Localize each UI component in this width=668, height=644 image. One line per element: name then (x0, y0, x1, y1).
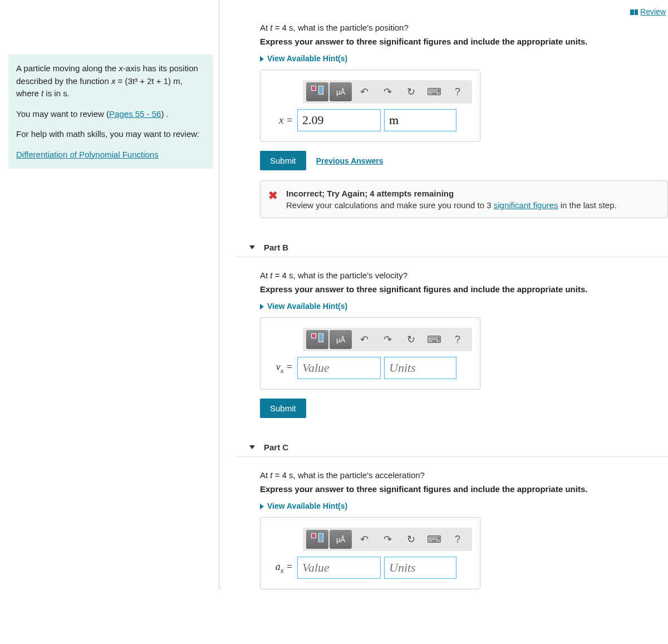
caret-right-icon (260, 504, 264, 509)
text: = 4 s, what is the particle's velocity? (273, 271, 408, 280)
reset-icon[interactable]: ↻ (400, 530, 422, 549)
part-c-hints-toggle[interactable]: View Available Hint(s) (260, 502, 668, 510)
text: = 4 s, what is the particle's accelerati… (273, 470, 425, 480)
help-icon[interactable]: ? (446, 82, 469, 101)
part-b-answer-box: μÅ ↶ ↷ ↻ ⌨ ? vx = (260, 317, 480, 390)
part-b-submit-button[interactable]: Submit (260, 399, 306, 418)
redo-icon[interactable]: ↷ (376, 82, 399, 101)
text: You may want to review ( (16, 109, 109, 119)
pages-link[interactable]: Pages 55 - 56 (109, 109, 161, 119)
keyboard-icon[interactable]: ⌨ (423, 330, 445, 349)
units-button[interactable]: μÅ (330, 82, 352, 101)
part-c-header[interactable]: Part C (235, 438, 668, 457)
templates-icon[interactable] (306, 530, 328, 549)
part-c-answer-box: μÅ ↶ ↷ ↻ ⌨ ? ax = (260, 517, 480, 589)
problem-info-box: A particle moving along the x-axis has i… (8, 55, 213, 169)
part-c-title: Part C (264, 443, 288, 452)
hints-label: View Available Hint(s) (267, 54, 347, 63)
part-a-instruction: Express your answer to three significant… (260, 37, 668, 46)
part-a-section: At t = 4 s, what is the particle's posit… (235, 23, 668, 218)
part-a-hints-toggle[interactable]: View Available Hint(s) (260, 54, 668, 63)
book-icon (630, 9, 638, 15)
undo-icon[interactable]: ↶ (353, 330, 375, 349)
text: At (260, 23, 270, 32)
part-c-section: At t = 4 s, what is the particle's accel… (235, 470, 668, 589)
part-a-units-input[interactable] (384, 109, 456, 131)
part-b-title: Part B (264, 243, 288, 252)
part-a-var-label: x = (268, 115, 294, 126)
part-b-question: At t = 4 s, what is the particle's veloc… (260, 271, 668, 280)
text: = 4 s, what is the particle's position? (273, 23, 409, 32)
text: At (260, 271, 270, 280)
sig-figures-link[interactable]: significant figures (494, 200, 558, 210)
part-b-value-input[interactable] (297, 357, 381, 379)
part-b-section: At t = 4 s, what is the particle's veloc… (235, 271, 668, 418)
reset-icon[interactable]: ↻ (400, 330, 422, 349)
part-a-answer-box: μÅ ↶ ↷ ↻ ⌨ ? x = (260, 70, 480, 142)
feedback-title: Incorrect; Try Again; 4 attempts remaini… (286, 188, 660, 199)
caret-down-icon (249, 445, 255, 449)
part-b-hints-toggle[interactable]: View Available Hint(s) (260, 302, 668, 311)
incorrect-icon: ✖ (268, 188, 278, 203)
text: A particle moving along the (16, 63, 119, 73)
part-b-toolbar: μÅ ↶ ↷ ↻ ⌨ ? (303, 328, 472, 351)
templates-icon[interactable] (306, 330, 328, 349)
equation: = (3t³ + 2t + 1) m (115, 76, 180, 86)
math-skills-intro: For help with math skills, you may want … (16, 128, 205, 141)
part-b-units-input[interactable] (384, 357, 456, 379)
keyboard-icon[interactable]: ⌨ (423, 530, 445, 549)
part-c-value-input[interactable] (297, 557, 381, 579)
redo-icon[interactable]: ↷ (376, 330, 399, 349)
part-a-question: At t = 4 s, what is the particle's posit… (260, 23, 668, 32)
part-a-submit-button[interactable]: Submit (260, 151, 306, 170)
hints-label: View Available Hint(s) (267, 302, 347, 311)
caret-right-icon (260, 304, 264, 309)
differentiation-link[interactable]: Differentiation of Polynomial Functions (16, 150, 159, 159)
feedback-body: Review your calculations and make sure y… (286, 199, 660, 211)
part-c-toolbar: μÅ ↶ ↷ ↻ ⌨ ? (303, 528, 472, 551)
units-button[interactable]: μÅ (330, 530, 352, 549)
hints-label: View Available Hint(s) (267, 502, 347, 510)
text: ) . (161, 109, 168, 119)
text: is in s. (43, 89, 70, 98)
previous-answers-link[interactable]: Previous Answers (316, 156, 384, 165)
caret-down-icon (249, 245, 255, 249)
part-b-var-label: vx = (268, 361, 294, 375)
vertical-divider (219, 0, 219, 589)
part-c-var-label: ax = (268, 561, 294, 575)
problem-statement: A particle moving along the x-axis has i… (16, 62, 205, 100)
units-button[interactable]: μÅ (330, 330, 352, 349)
undo-icon[interactable]: ↶ (353, 82, 375, 101)
part-b-instruction: Express your answer to three significant… (260, 284, 668, 294)
help-icon[interactable]: ? (446, 330, 469, 349)
help-icon[interactable]: ? (446, 530, 469, 549)
review-link[interactable]: Review (640, 7, 666, 16)
review-pages: You may want to review (Pages 55 - 56) . (16, 108, 205, 121)
text: in the last step. (558, 200, 617, 210)
keyboard-icon[interactable]: ⌨ (423, 82, 445, 101)
part-c-instruction: Express your answer to three significant… (260, 484, 668, 494)
templates-icon[interactable] (306, 82, 328, 101)
text: At (260, 470, 270, 480)
part-b-header[interactable]: Part B (235, 238, 668, 257)
reset-icon[interactable]: ↻ (400, 82, 422, 101)
var-x: x (119, 63, 123, 73)
part-a-value-input[interactable] (297, 109, 381, 131)
part-a-feedback: ✖ Incorrect; Try Again; 4 attempts remai… (260, 180, 668, 218)
part-a-toolbar: μÅ ↶ ↷ ↻ ⌨ ? (303, 80, 472, 104)
part-c-units-input[interactable] (384, 557, 456, 579)
caret-right-icon (260, 56, 264, 62)
part-c-question: At t = 4 s, what is the particle's accel… (260, 470, 668, 480)
text: Review your calculations and make sure y… (286, 200, 494, 210)
redo-icon[interactable]: ↷ (376, 530, 399, 549)
undo-icon[interactable]: ↶ (353, 530, 375, 549)
